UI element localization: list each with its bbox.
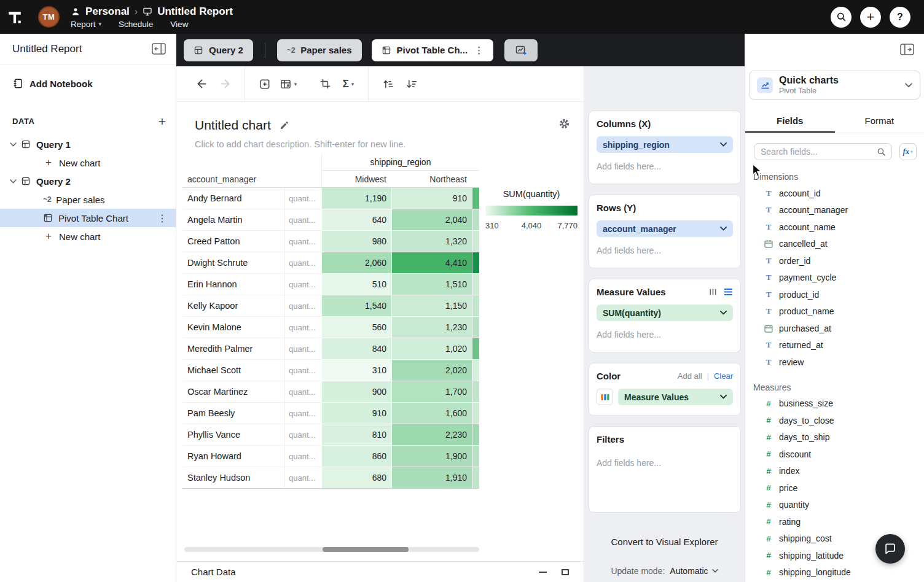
search-button[interactable]: [831, 7, 852, 28]
filters-drop-zone[interactable]: Add fields here...: [597, 458, 733, 502]
pivot-cell[interactable]: 1,510: [391, 274, 472, 295]
chart-title[interactable]: Untitled chart: [195, 118, 271, 133]
tab-format[interactable]: Format: [835, 111, 924, 133]
pivot-cell[interactable]: 910: [391, 188, 472, 209]
pivot-cell[interactable]: 1,700: [391, 381, 472, 403]
breadcrumb-report-title[interactable]: Untitled Report: [157, 6, 233, 18]
pivot-cell[interactable]: 910: [321, 403, 391, 424]
pivot-cell[interactable]: 980: [321, 231, 391, 252]
sidebar-item-query-2[interactable]: Query 2: [0, 172, 176, 190]
sidebar-item-pivot-table-chart[interactable]: Pivot Table Chart⋮: [0, 209, 176, 227]
field-review[interactable]: Treview: [745, 354, 924, 371]
minimize-panel-button[interactable]: [539, 572, 547, 573]
field-product-id[interactable]: Tproduct_id: [745, 286, 924, 303]
sidebar-item-query-1[interactable]: Query 1: [0, 135, 176, 153]
field-purchased-at[interactable]: purchased_at: [745, 320, 924, 337]
field-search-input[interactable]: [761, 147, 872, 157]
measure-columns-layout-button[interactable]: [709, 288, 717, 296]
menu-schedule[interactable]: Schedule: [119, 20, 153, 29]
field-index[interactable]: #index: [745, 463, 924, 480]
field-discount[interactable]: #discount: [745, 446, 924, 463]
pivot-cell[interactable]: 1,320: [391, 231, 472, 252]
pivot-cell[interactable]: 810: [321, 424, 391, 446]
help-button[interactable]: ?: [890, 7, 910, 28]
pivot-cell[interactable]: 310: [321, 360, 391, 381]
pivot-cell[interactable]: 1,190: [321, 188, 391, 209]
breadcrumb-workspace[interactable]: Personal: [85, 6, 130, 18]
pivot-cell[interactable]: 1,020: [391, 338, 472, 360]
chart-settings-button[interactable]: [558, 118, 570, 130]
rows-field-pill[interactable]: account_manager: [597, 220, 733, 237]
field-shipping-longitude[interactable]: #shipping_longitude: [745, 564, 924, 581]
pivot-cell[interactable]: 1,600: [391, 403, 472, 424]
pivot-cell[interactable]: 1,540: [321, 295, 391, 317]
field-price[interactable]: #price: [745, 479, 924, 497]
field-rating[interactable]: #rating: [745, 513, 924, 530]
color-swatch-button[interactable]: [597, 389, 613, 405]
pivot-cell[interactable]: 1,910: [391, 467, 472, 489]
undo-button[interactable]: [190, 72, 213, 96]
add-notebook-button[interactable]: Add Notebook: [0, 64, 176, 89]
field-account-name[interactable]: Taccount_name: [745, 219, 924, 236]
user-avatar[interactable]: TM: [38, 6, 60, 28]
menu-report[interactable]: Report▾: [71, 20, 101, 29]
columns-drop-zone[interactable]: Add fields here...: [597, 161, 733, 174]
field-payment-cycle[interactable]: Tpayment_cycle: [745, 270, 924, 287]
pivot-cell[interactable]: 680: [321, 467, 391, 489]
pivot-cell[interactable]: 2,060: [321, 252, 391, 274]
app-logo[interactable]: [0, 0, 29, 34]
pivot-column-header-midwest[interactable]: Midwest: [321, 171, 391, 188]
field-days-to-close[interactable]: #days_to_close: [745, 412, 924, 429]
add-data-button[interactable]: +: [159, 115, 166, 128]
sidebar-item-new-chart-1[interactable]: +New chart: [0, 153, 176, 172]
measures-drop-zone[interactable]: Add fields here...: [597, 330, 733, 342]
measure-rows-layout-button[interactable]: [724, 288, 733, 296]
add-button[interactable]: +: [860, 7, 881, 28]
color-clear-button[interactable]: Clear: [714, 371, 733, 381]
pivot-cell[interactable]: 1,230: [391, 317, 472, 338]
field-order-id[interactable]: Torder_id: [745, 252, 924, 270]
pivot-row-field-header[interactable]: account_manager: [182, 171, 321, 188]
scrollbar-thumb[interactable]: [323, 547, 409, 552]
field-returned-at[interactable]: Treturned_at: [745, 337, 924, 354]
horizontal-scrollbar[interactable]: [184, 547, 479, 552]
kebab-menu-icon[interactable]: ⋮: [157, 212, 167, 224]
sidebar-item-new-chart-5[interactable]: +New chart: [0, 227, 176, 246]
pivot-column-header-northeast[interactable]: Northeast: [391, 171, 472, 188]
field-account-manager[interactable]: Taccount_manager: [745, 202, 924, 219]
tab-query-2[interactable]: Query 2: [184, 39, 253, 61]
color-add-all-button[interactable]: Add all: [678, 371, 702, 381]
tab-fields[interactable]: Fields: [745, 111, 835, 133]
rows-drop-zone[interactable]: Add fields here...: [597, 246, 733, 258]
expand-right-panel-button[interactable]: [900, 44, 914, 55]
pivot-cell[interactable]: 860: [321, 446, 391, 467]
field-business-size[interactable]: #business_size: [745, 395, 924, 413]
pivot-cell[interactable]: 510: [321, 274, 391, 295]
collapse-sidebar-button[interactable]: [152, 43, 166, 55]
field-days-to-ship[interactable]: #days_to_ship: [745, 429, 924, 446]
expand-panel-button[interactable]: [562, 569, 569, 575]
columns-field-pill[interactable]: shipping_region: [597, 136, 733, 153]
convert-to-visual-explorer-button[interactable]: Convert to Visual Explorer: [584, 537, 745, 547]
chart-description-placeholder[interactable]: Click to add chart description. Shift-en…: [195, 139, 584, 149]
field-quantity[interactable]: #quantity: [745, 497, 924, 514]
update-mode-dropdown[interactable]: Automatic: [670, 566, 718, 576]
menu-view[interactable]: View: [170, 20, 188, 29]
sort-ascending-button[interactable]: [377, 72, 400, 96]
pivot-cell[interactable]: 2,040: [391, 209, 472, 231]
new-chart-tab-button[interactable]: [504, 39, 538, 61]
tab-pivot-table-ch[interactable]: Pivot Table Ch...⋮: [372, 39, 494, 61]
help-chat-button[interactable]: [875, 534, 905, 564]
redo-button[interactable]: [213, 72, 237, 96]
quick-charts-selector[interactable]: Quick charts Pivot Table: [749, 71, 920, 99]
color-field-pill[interactable]: Measure Values: [618, 389, 733, 405]
tab-paper-sales[interactable]: ~2Paper sales: [277, 39, 362, 61]
transform-button[interactable]: [313, 72, 337, 96]
sort-descending-button[interactable]: [400, 72, 423, 96]
pivot-cell[interactable]: 900: [321, 381, 391, 403]
field-account-id[interactable]: Taccount_id: [745, 185, 924, 202]
pivot-cell[interactable]: 2,020: [391, 360, 472, 381]
pivot-cell[interactable]: 2,230: [391, 424, 472, 446]
edit-title-button[interactable]: [280, 120, 289, 130]
add-formula-button[interactable]: fx+: [899, 143, 917, 160]
